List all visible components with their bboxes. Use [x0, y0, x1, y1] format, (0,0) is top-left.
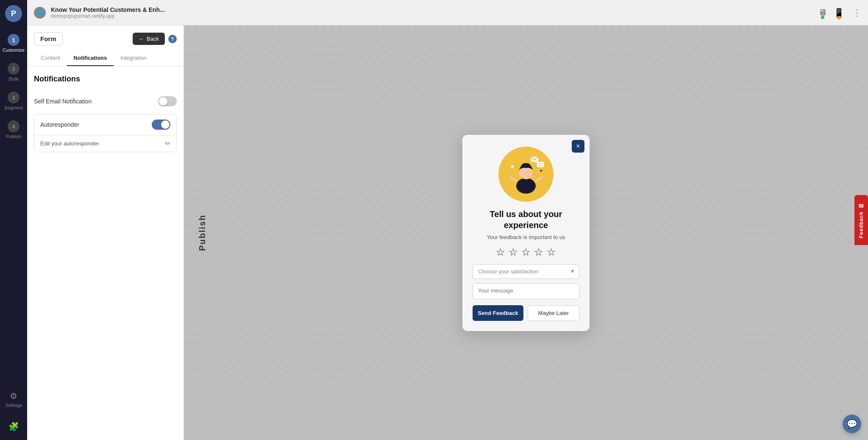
send-feedback-button[interactable]: Send Feedback — [473, 305, 523, 321]
sidebar-item-plugin[interactable]: 🧩 — [3, 418, 24, 435]
form-badge: Form — [34, 32, 63, 45]
step-3-label: Segment — [4, 105, 23, 110]
topbar-title: Know Your Potential Customers & Enh... — [51, 6, 165, 13]
satisfaction-select[interactable]: Choose your satisfaction Very Satisfied … — [473, 264, 579, 279]
svg-text:♥: ♥ — [540, 169, 542, 173]
tab-notifications[interactable]: Notifications — [67, 50, 114, 66]
feedback-popup: × — [462, 135, 590, 331]
svg-text:★: ★ — [510, 163, 515, 170]
step-2-circle: 2 — [8, 63, 19, 75]
popup-close-button[interactable]: × — [572, 140, 584, 153]
self-email-label: Self Email Notification — [34, 98, 92, 105]
sidebar-item-style[interactable]: 2 Style — [0, 59, 27, 85]
autoresponder-toggle[interactable] — [152, 120, 170, 130]
self-email-toggle[interactable] — [158, 96, 177, 106]
edit-autoresponder-label: Edit your autoresponder — [40, 140, 99, 147]
main-area: Form ← Back ? Content Notifications Inte… — [27, 25, 868, 440]
satisfaction-select-wrapper: Choose your satisfaction Very Satisfied … — [473, 264, 579, 279]
notifications-title: Notifications — [34, 75, 177, 84]
star-3[interactable]: ☆ — [521, 246, 531, 258]
feedback-envelope-icon: ✉ — [858, 202, 865, 209]
back-arrow-icon: ← — [139, 36, 144, 42]
step-4-label: Publish — [6, 134, 21, 139]
popup-buttons: Send Feedback Maybe Later — [473, 305, 579, 321]
site-icon-glyph: 🌐 — [36, 9, 43, 16]
star-4[interactable]: ☆ — [534, 246, 543, 258]
chat-bubble-icon: 💬 — [847, 419, 857, 429]
autoresponder-edit-row[interactable]: Edit your autoresponder ✏ — [34, 135, 176, 152]
popup-subtitle: Your feedback is important to us — [487, 234, 565, 240]
step-1-label: Customize — [3, 47, 25, 53]
left-panel: Form ← Back ? Content Notifications Inte… — [27, 25, 184, 440]
sidebar-item-publish[interactable]: 4 Publish — [0, 117, 27, 142]
sidebar-item-settings[interactable]: ⚙ Settings — [3, 387, 24, 411]
popup-title: Tell us about your experience — [473, 209, 579, 231]
star-2[interactable]: ☆ — [509, 246, 518, 258]
settings-label: Settings — [5, 403, 22, 408]
device-switcher: 🖥 📱 — [818, 8, 844, 18]
app-logo[interactable]: P — [5, 5, 22, 22]
topbar-more-button[interactable]: ⋮ — [853, 8, 861, 18]
star-rating[interactable]: ☆ ☆ ☆ ☆ ☆ — [496, 246, 556, 258]
topbar: 🌐 Know Your Potential Customers & Enh...… — [27, 0, 868, 25]
star-5[interactable]: ☆ — [547, 246, 556, 258]
maybe-later-button[interactable]: Maybe Later — [528, 305, 579, 321]
topbar-url: demopopupsmart.netlify.app — [51, 13, 165, 19]
tab-integration[interactable]: Integration — [114, 50, 153, 66]
autoresponder-label: Autoresponder — [40, 121, 79, 128]
step-3-circle: 3 — [8, 92, 19, 103]
mobile-dot — [837, 16, 841, 19]
panel-tabs: Content Notifications Integration — [27, 50, 184, 66]
star-1[interactable]: ☆ — [496, 246, 505, 258]
desktop-dot — [821, 16, 824, 19]
tab-content[interactable]: Content — [34, 50, 67, 66]
mobile-icon[interactable]: 📱 — [834, 8, 844, 18]
canvas-area: Publish × — [184, 25, 868, 440]
svg-point-1 — [516, 178, 536, 194]
svg-rect-5 — [537, 162, 544, 167]
help-icon[interactable]: ? — [168, 35, 177, 43]
step-1-circle: 1 — [8, 34, 19, 46]
step-4-circle: 4 — [8, 120, 19, 132]
illustration-svg: ★ ♥ — [503, 151, 549, 198]
toggle-knob — [159, 97, 167, 106]
desktop-icon[interactable]: 🖥 — [818, 8, 827, 17]
back-button[interactable]: ← Back — [133, 33, 165, 45]
feedback-tab[interactable]: Feedback ✉ — [854, 195, 868, 245]
self-email-row: Self Email Notification — [34, 92, 177, 111]
back-button-label: Back — [147, 36, 159, 42]
gear-icon: ⚙ — [10, 391, 17, 401]
autoresponder-box: Autoresponder Edit your autoresponder ✏ — [34, 114, 177, 152]
site-icon: 🌐 — [34, 7, 46, 19]
panel-content: Notifications Self Email Notification Au… — [27, 66, 184, 440]
topbar-info: Know Your Potential Customers & Enh... d… — [51, 6, 165, 19]
sidebar-item-customize[interactable]: 1 Customize — [0, 31, 27, 56]
sidebar: P 1 Customize 2 Style 3 Segment 4 Publis… — [0, 0, 27, 440]
message-textarea[interactable] — [473, 283, 579, 299]
publish-watermark: Publish — [198, 214, 207, 251]
step-2-label: Style — [8, 76, 19, 81]
edit-pencil-icon[interactable]: ✏ — [165, 139, 170, 148]
plugin-icon: 🧩 — [8, 421, 19, 432]
feedback-tab-label: Feedback — [858, 212, 864, 238]
panel-header: Form ← Back ? — [27, 25, 184, 45]
autoresponder-knob — [161, 120, 170, 129]
chat-bubble-button[interactable]: 💬 — [843, 415, 861, 433]
popup-illustration: ★ ♥ — [498, 147, 554, 202]
sidebar-item-segment[interactable]: 3 Segment — [0, 88, 27, 114]
autoresponder-header: Autoresponder — [34, 114, 176, 135]
